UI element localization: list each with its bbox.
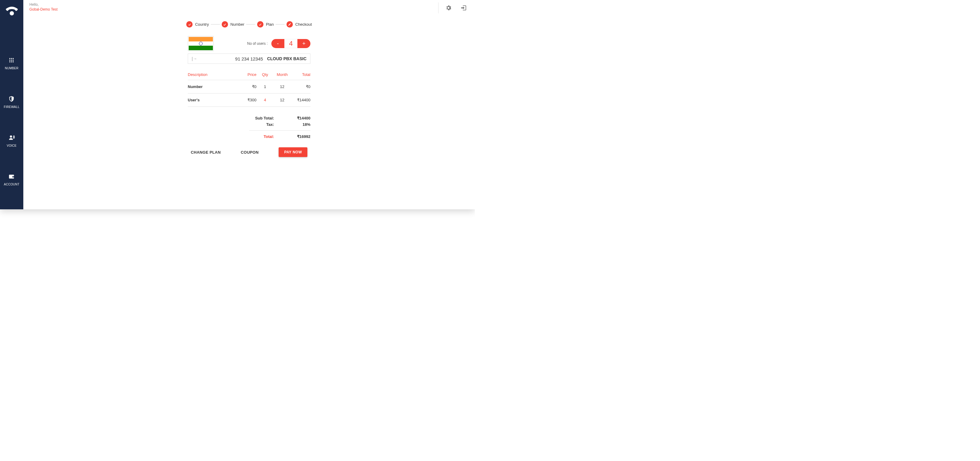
users-label: No of users :	[247, 41, 268, 46]
change-plan-button[interactable]: CHANGE PLAN	[191, 150, 221, 155]
table-row: Number ₹0 1 12 ₹0	[188, 80, 310, 93]
sidebar-item-firewall[interactable]: FIREWALL	[4, 96, 19, 109]
step-label: Checkout	[295, 22, 312, 27]
gear-icon[interactable]	[445, 5, 452, 11]
total-value: ₹16992	[292, 134, 310, 139]
cell-price: ₹300	[234, 93, 256, 107]
svg-point-2	[11, 58, 13, 59]
svg-point-6	[13, 60, 14, 61]
dialpad-icon	[8, 57, 15, 63]
sidebar-label: VOICE	[7, 144, 17, 147]
table-row: User's ₹300 4 12 ₹14400	[188, 93, 310, 107]
svg-point-7	[10, 62, 11, 63]
pay-now-button[interactable]: PAY NOW	[278, 147, 307, 157]
users-control: No of users : - 4 +	[247, 39, 310, 48]
phone-number: 91 234 12345	[235, 56, 263, 62]
users-count: 4	[284, 39, 298, 48]
svg-point-13	[13, 176, 14, 177]
tax-value: 18%	[292, 122, 310, 127]
phone-plan-row: |→ 91 234 12345 CLOUD PBX BASIC	[188, 54, 310, 64]
check-icon	[188, 23, 191, 26]
plan-name: CLOUD PBX BASIC	[267, 56, 307, 61]
cell-qty: 1	[256, 80, 274, 93]
greeting-text: Hello,	[29, 2, 57, 7]
sidebar-label: ACCOUNT	[4, 183, 20, 186]
header: Hello, Gobal-Demo Test	[23, 0, 475, 16]
th-price: Price	[234, 68, 256, 80]
sidebar-label: NUMBER	[5, 67, 19, 70]
cell-description: Number	[188, 80, 234, 93]
step-checkout[interactable]: Checkout	[286, 21, 312, 27]
svg-point-3	[13, 58, 14, 59]
cell-qty: 4	[256, 93, 274, 107]
decrease-users-button[interactable]: -	[271, 39, 284, 48]
edit-icon	[288, 23, 291, 26]
cell-total: ₹0	[291, 80, 310, 93]
sidebar-item-account[interactable]: ACCOUNT	[4, 173, 20, 186]
arrow-right-icon: |→	[192, 56, 197, 61]
svg-point-5	[11, 60, 13, 61]
pricing-table: Description Price Qty Month Total Number…	[188, 68, 310, 107]
cell-month: 12	[274, 80, 291, 93]
total-label: Total:	[256, 134, 274, 139]
tax-label: Tax:	[256, 122, 274, 127]
wallet-icon	[8, 173, 15, 180]
country-flag	[188, 36, 214, 51]
subtotal-value: ₹14400	[292, 116, 310, 120]
sidebar: NUMBER FIREWALL VOICE ACCOUNT	[0, 0, 23, 209]
th-month: Month	[274, 68, 291, 80]
svg-point-10	[10, 136, 12, 138]
svg-point-0	[10, 11, 14, 16]
svg-point-4	[10, 60, 11, 61]
main-content: Hello, Gobal-Demo Test	[23, 0, 475, 209]
app-logo-icon	[4, 5, 19, 17]
check-icon	[223, 23, 226, 26]
summary: Sub Total: ₹14400 Tax: 18% Total: ₹16992	[188, 116, 310, 139]
header-divider	[438, 2, 439, 13]
check-icon	[258, 23, 262, 26]
username-text: Gobal-Demo Test	[29, 7, 57, 11]
step-country[interactable]: Country	[186, 21, 209, 27]
stepper: Country Number Plan	[186, 21, 312, 27]
svg-point-8	[11, 62, 13, 63]
sidebar-item-voice[interactable]: VOICE	[7, 134, 17, 147]
voice-icon	[8, 134, 15, 141]
summary-divider	[249, 130, 311, 131]
th-qty: Qty	[256, 68, 274, 80]
step-label: Country	[195, 22, 209, 27]
subtotal-label: Sub Total:	[255, 116, 274, 120]
step-label: Plan	[266, 22, 274, 27]
increase-users-button[interactable]: +	[298, 39, 310, 48]
step-number[interactable]: Number	[222, 21, 244, 27]
step-label: Number	[231, 22, 244, 27]
cell-total: ₹14400	[291, 93, 310, 107]
shield-icon	[8, 96, 15, 102]
cell-description: User's	[188, 93, 234, 107]
checkout-card: No of users : - 4 + |→ 91 234 12345 CLOU…	[188, 36, 310, 157]
sidebar-item-number[interactable]: NUMBER	[5, 57, 19, 70]
th-total: Total	[291, 68, 310, 80]
cell-month: 12	[274, 93, 291, 107]
svg-point-1	[10, 58, 11, 59]
step-plan[interactable]: Plan	[257, 21, 274, 27]
cell-price: ₹0	[234, 80, 256, 93]
actions-row: CHANGE PLAN COUPON PAY NOW	[188, 147, 310, 157]
svg-point-9	[13, 62, 14, 63]
th-description: Description	[188, 68, 234, 80]
coupon-button[interactable]: COUPON	[241, 150, 259, 155]
logout-icon[interactable]	[460, 5, 467, 11]
sidebar-label: FIREWALL	[4, 105, 19, 109]
